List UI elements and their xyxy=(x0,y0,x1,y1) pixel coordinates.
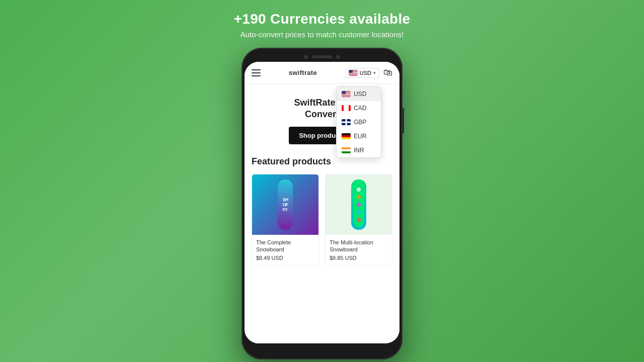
label-cad: CAD xyxy=(354,105,366,112)
phone-top-bar xyxy=(245,55,399,59)
flag-gbp xyxy=(342,119,351,125)
products-grid: SHOFFY The Complete Snowboard $8.49 USD xyxy=(252,174,392,266)
header-subtitle: Auto-convert prices to match customer lo… xyxy=(234,30,411,39)
svg-point-2 xyxy=(357,195,361,199)
product-price-1: $8.49 USD xyxy=(256,255,314,261)
phone-camera-2 xyxy=(336,55,340,59)
currency-dropdown: USD CAD GBP EUR xyxy=(336,86,381,158)
svg-point-3 xyxy=(357,203,361,207)
flag-cad xyxy=(342,105,351,111)
cart-icon[interactable]: 🛍 xyxy=(383,67,392,78)
header-section: +190 Currencies available Auto-convert p… xyxy=(234,0,411,39)
product-name-2: The Multi-location Snowboard xyxy=(330,239,388,253)
currency-option-eur[interactable]: EUR xyxy=(337,129,381,143)
us-flag-icon xyxy=(349,70,358,76)
phone-shell: swiftrate USD ▾ 🛍 USD xyxy=(242,48,403,359)
product-image-2 xyxy=(326,174,392,235)
currency-option-inr[interactable]: INR xyxy=(337,143,381,157)
flag-usd xyxy=(342,91,351,97)
product-name-1: The Complete Snowboard xyxy=(256,239,314,253)
current-currency: USD xyxy=(360,70,371,76)
phone-speaker xyxy=(312,55,332,58)
store-brand: swiftrate xyxy=(289,69,317,76)
chevron-down-icon: ▾ xyxy=(373,70,376,75)
hamburger-line-3 xyxy=(252,75,261,76)
phone-side-button xyxy=(403,108,404,133)
snowboard-1-shape: SHOFFY xyxy=(278,179,293,230)
currency-option-usd[interactable]: USD xyxy=(337,87,381,101)
featured-section: Featured products SHOFFY The Complete Sn… xyxy=(252,156,392,266)
phone-mockup: swiftrate USD ▾ 🛍 USD xyxy=(242,48,403,359)
product-card-1[interactable]: SHOFFY The Complete Snowboard $8.49 USD xyxy=(252,174,319,266)
snowboard-2-shape xyxy=(351,179,366,230)
product-info-2: The Multi-location Snowboard $8.85 USD xyxy=(326,235,392,265)
flag-inr xyxy=(342,147,351,153)
hamburger-line-2 xyxy=(252,72,261,73)
phone-camera xyxy=(304,55,308,59)
svg-point-4 xyxy=(357,210,361,214)
currency-option-cad[interactable]: CAD xyxy=(337,101,381,115)
svg-point-1 xyxy=(357,188,361,192)
shop-navbar: swiftrate USD ▾ 🛍 USD xyxy=(245,62,399,84)
snowboard-2-svg xyxy=(352,182,365,227)
label-gbp: GBP xyxy=(354,119,366,126)
header-title: +190 Currencies available xyxy=(234,11,411,27)
hamburger-line-1 xyxy=(252,69,261,70)
flag-eur xyxy=(342,133,351,139)
hamburger-menu[interactable] xyxy=(252,69,261,76)
label-eur: EUR xyxy=(354,133,366,140)
label-inr: INR xyxy=(354,147,364,154)
phone-screen: swiftrate USD ▾ 🛍 USD xyxy=(245,62,399,343)
label-usd: USD xyxy=(354,90,366,98)
product-info-1: The Complete Snowboard $8.49 USD xyxy=(252,235,318,265)
currency-option-gbp[interactable]: GBP xyxy=(337,115,381,129)
nav-right: USD ▾ 🛍 USD CAD xyxy=(345,67,392,78)
product-card-2[interactable]: The Multi-location Snowboard $8.85 USD xyxy=(325,174,392,266)
product-price-2: $8.85 USD xyxy=(330,255,388,261)
product-image-1: SHOFFY xyxy=(252,174,318,235)
svg-point-5 xyxy=(357,218,361,222)
currency-selector[interactable]: USD ▾ xyxy=(345,68,379,78)
